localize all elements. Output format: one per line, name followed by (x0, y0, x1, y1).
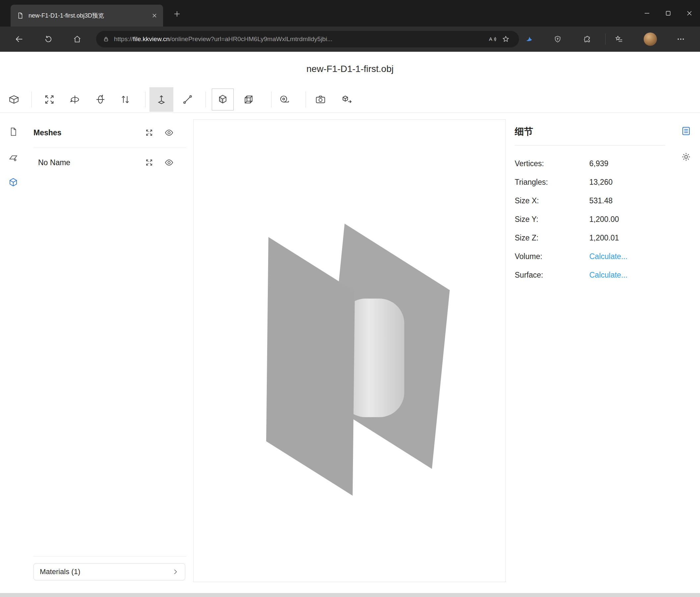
rotate-horizontal-button[interactable] (66, 90, 84, 109)
detail-label: Size Z: (515, 234, 589, 242)
url-protocol: https:// (114, 35, 133, 43)
open-model-button[interactable] (5, 90, 23, 109)
favorites-hub-icon[interactable] (612, 32, 626, 46)
browser-tab[interactable]: new-F1-D1-1-first.obj3D预览 (10, 5, 163, 26)
page-bottom-strip (0, 593, 700, 597)
mesh-name-label: No Name (38, 158, 70, 167)
detail-value: 1,200.01 (589, 234, 619, 242)
details-divider (515, 145, 665, 146)
toolbar-separator (145, 92, 146, 108)
materials-divider (33, 556, 186, 556)
home-icon[interactable] (70, 32, 84, 46)
3d-viewport[interactable] (193, 119, 506, 582)
toolbar-separator (205, 92, 206, 108)
detail-label: Vertices: (515, 159, 589, 168)
refresh-icon[interactable] (41, 32, 56, 46)
read-aloud-icon[interactable]: A (486, 32, 499, 46)
url-path: /onlinePreview?url=aHR0cHM6Ly9maWxlLmtrd… (170, 35, 332, 43)
materials-button[interactable]: Materials (1) (33, 563, 185, 580)
orthographic-view-button[interactable] (239, 90, 258, 109)
profile-avatar[interactable] (644, 32, 657, 46)
url-text: https://file.kkview.cn/onlinePreview?url… (114, 35, 486, 43)
details-list-icon[interactable] (679, 124, 693, 138)
detail-label: Triangles: (515, 178, 589, 187)
visibility-mesh-icon[interactable] (164, 157, 175, 168)
favorite-star-icon[interactable] (499, 32, 512, 46)
detail-label: Volume: (515, 252, 589, 261)
fit-all-icon[interactable] (144, 127, 155, 138)
detail-row-size-y: Size Y: 1,200.00 (515, 210, 667, 229)
toolbar-separator (306, 92, 306, 108)
detail-row-surface: Surface: Calculate... (515, 266, 667, 284)
tab-close-icon[interactable] (152, 13, 157, 18)
file-info-tab-icon[interactable] (6, 124, 21, 139)
mesh-list-item[interactable]: No Name (33, 155, 186, 170)
window-controls (636, 0, 700, 26)
lock-icon (103, 36, 109, 43)
svg-text:A: A (489, 36, 493, 42)
draw-line-button[interactable] (178, 90, 197, 109)
rotate-vertical-button[interactable] (91, 90, 110, 109)
viewer-page: new-F1-D1-1-first.obj (0, 52, 700, 597)
address-bar[interactable]: https://file.kkview.cn/onlinePreview?url… (96, 31, 519, 47)
move-tool-button[interactable] (149, 87, 173, 112)
extension-icon-blue[interactable] (522, 32, 536, 46)
detail-row-size-z: Size Z: 1,200.01 (515, 229, 667, 247)
detail-label: Surface: (515, 271, 589, 280)
page-file-icon (17, 12, 24, 19)
page-title: new-F1-D1-1-first.obj (0, 64, 700, 74)
visibility-all-icon[interactable] (164, 127, 175, 138)
window-maximize-button[interactable] (657, 0, 679, 26)
new-tab-button[interactable] (170, 7, 184, 21)
shield-extension-icon[interactable] (550, 32, 565, 46)
meshes-header-divider (33, 148, 186, 148)
chevron-right-icon (172, 568, 179, 575)
browser-menu-icon[interactable] (674, 32, 688, 46)
window-close-button[interactable] (679, 0, 700, 26)
extensions-puzzle-icon[interactable] (580, 32, 595, 46)
detail-value: 1,200.00 (589, 215, 619, 224)
detail-label: Size Y: (515, 215, 589, 224)
detail-value: 13,260 (589, 178, 612, 187)
settings-gear-icon[interactable] (679, 149, 693, 164)
navbar-divider (605, 33, 605, 45)
measure-tape-button[interactable] (275, 90, 294, 109)
meshes-header-label: Meshes (33, 128, 61, 137)
meshes-panel: Meshes No Name (27, 119, 186, 582)
meshes-header-row: Meshes (33, 125, 186, 140)
detail-row-size-x: Size X: 531.48 (515, 191, 667, 210)
detail-row-vertices: Vertices: 6,939 (515, 154, 667, 173)
fit-mesh-icon[interactable] (144, 157, 155, 168)
viewer-toolbar (0, 86, 700, 113)
fit-view-button[interactable] (40, 90, 59, 109)
flip-vertical-button[interactable] (116, 90, 134, 109)
detail-value: 531.48 (589, 196, 612, 205)
window-minimize-button[interactable] (636, 0, 657, 26)
details-header: 细节 (515, 125, 533, 138)
browser-titlebar: new-F1-D1-1-first.obj3D预览 (0, 0, 700, 26)
material-tab-icon[interactable] (6, 150, 21, 165)
detail-value: 6,939 (589, 159, 608, 168)
export-model-button[interactable] (338, 90, 356, 109)
screenshot-button[interactable] (311, 90, 330, 109)
url-domain: file.kkview.cn (133, 35, 170, 43)
materials-label: Materials (1) (40, 568, 80, 576)
browser-navbar: https://file.kkview.cn/onlinePreview?url… (0, 26, 700, 52)
model-tab-icon[interactable] (6, 175, 21, 190)
toolbar-separator (31, 92, 32, 108)
back-icon[interactable] (12, 32, 26, 46)
tab-title: new-F1-D1-1-first.obj3D预览 (28, 11, 152, 20)
calculate-volume-link[interactable]: Calculate... (589, 252, 627, 261)
detail-label: Size X: (515, 196, 589, 205)
detail-row-volume: Volume: Calculate... (515, 247, 667, 266)
perspective-view-button[interactable] (212, 89, 234, 111)
detail-row-triangles: Triangles: 13,260 (515, 173, 667, 191)
calculate-surface-link[interactable]: Calculate... (589, 271, 627, 280)
details-rows: Vertices: 6,939 Triangles: 13,260 Size X… (515, 154, 667, 284)
